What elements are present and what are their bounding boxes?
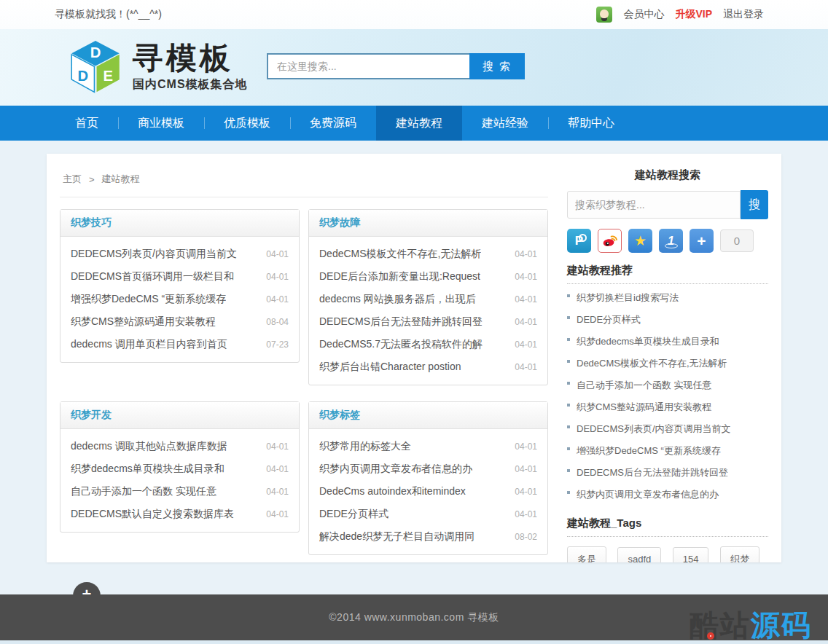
share-sina-weibo-icon[interactable]	[598, 229, 622, 253]
nav-item-free-source[interactable]: 免费源码	[290, 106, 376, 141]
article-column: 主页 > 建站教程 织梦技巧 DEDECMS列表页/内容页调用当前文 04-01…	[60, 165, 548, 551]
recommend-item[interactable]: DEDECMS列表页/内容页调用当前文	[567, 418, 768, 440]
recommend-item[interactable]: DEDECMS后台无法登陆并跳转回登	[567, 462, 768, 484]
recommend-item[interactable]: 织梦内页调用文章发布者信息的办	[567, 484, 768, 506]
watermark-dark-text: 酷站	[690, 609, 751, 641]
article-row[interactable]: DEDE后台添加新变量出现:Request 04-01	[319, 265, 537, 288]
upgrade-vip-link[interactable]: 升级VIP	[675, 8, 712, 21]
article-link[interactable]: 织梦常用的标签大全	[319, 440, 411, 453]
article-link[interactable]: DedeCMS模板文件不存在,无法解析	[319, 248, 481, 261]
article-row[interactable]: dedecms 调取其他站点数据库数据 04-01	[71, 435, 289, 458]
recommend-item[interactable]: 自己动手添加一个函数 实现任意	[567, 374, 768, 396]
article-row[interactable]: DEDECMS首页循环调用一级栏目和 04-01	[71, 265, 289, 288]
nav-item-commercial-templates[interactable]: 商业模板	[118, 106, 204, 141]
panel-zhimeng-faults: 织梦故障 DedeCMS模板文件不存在,无法解析 04-01 DEDE后台添加新…	[308, 209, 548, 385]
article-date: 04-01	[266, 249, 289, 259]
tag-link[interactable]: 154	[673, 547, 709, 562]
article-link[interactable]: 自己动手添加一个函数 实现任意	[71, 485, 216, 498]
article-link[interactable]: dedecms 网站换服务器后，出现后	[319, 293, 476, 306]
header-search-input[interactable]	[267, 53, 469, 79]
svg-text:E: E	[103, 68, 113, 84]
article-date: 04-01	[515, 249, 537, 259]
recommend-item[interactable]: DedeCMS模板文件不存在,无法解析	[567, 353, 768, 374]
sidebar-search-input[interactable]	[567, 191, 741, 219]
share-pengyou-icon[interactable]: P	[567, 229, 591, 253]
tag-link[interactable]: 织梦	[720, 546, 759, 562]
bullet-icon	[567, 294, 570, 297]
article-link[interactable]: dedecms 调用单页栏目内容到首页	[71, 338, 227, 351]
article-row[interactable]: DedeCMS模板文件不存在,无法解析 04-01	[319, 243, 537, 265]
article-link[interactable]: DEDECMS列表页/内容页调用当前文	[71, 248, 237, 261]
kuzhan-yuanma-watermark: 酷站源码	[690, 609, 812, 641]
sidebar-search-button[interactable]: 搜	[741, 190, 768, 219]
article-row[interactable]: dedecms 调用单页栏目内容到首页 07-23	[71, 333, 289, 356]
nav-item-site-experience[interactable]: 建站经验	[462, 106, 548, 141]
article-date: 04-01	[515, 294, 537, 305]
member-center-link[interactable]: 会员中心	[623, 8, 664, 21]
article-date: 04-01	[266, 441, 289, 452]
article-row[interactable]: dedecms 网站换服务器后，出现后 04-01	[319, 288, 537, 310]
header-search-button[interactable]: 搜 索	[469, 53, 525, 79]
nav-item-home[interactable]: 首页	[55, 106, 118, 141]
share-qzone-icon[interactable]: ★	[628, 229, 652, 253]
article-row[interactable]: DEDECMS列表页/内容页调用当前文 04-01	[71, 243, 289, 265]
logout-link[interactable]: 退出登录	[723, 8, 764, 21]
recommend-item[interactable]: 织梦CMS整站源码通用安装教程	[567, 396, 768, 418]
article-row[interactable]: 织梦内页调用文章发布者信息的办 04-01	[319, 458, 537, 480]
bullet-icon	[567, 491, 570, 494]
article-row[interactable]: 增强织梦DedeCMS “更新系统缓存 04-01	[71, 288, 289, 310]
article-link[interactable]: DedeCMS5.7无法匿名投稿软件的解	[319, 338, 483, 351]
share-more-icon[interactable]: +	[690, 229, 714, 253]
breadcrumb-home-link[interactable]: 主页	[63, 173, 82, 186]
recommend-item[interactable]: 织梦切换栏目id搜索写法	[567, 287, 768, 309]
header-search: 搜 索	[267, 53, 525, 79]
tag-link[interactable]: 多是	[567, 546, 606, 562]
article-date: 04-01	[515, 464, 537, 474]
article-link[interactable]: DEDECMS默认自定义搜索数据库表	[71, 508, 234, 521]
bullet-icon	[567, 469, 570, 472]
recommend-item[interactable]: 织梦dedecms单页模块生成目录和	[567, 331, 768, 353]
article-link[interactable]: dedecms 调取其他站点数据库数据	[71, 440, 227, 453]
recommend-item[interactable]: 增强织梦DedeCMS “更新系统缓存	[567, 440, 768, 462]
article-link[interactable]: 织梦CMS整站源码通用安装教程	[71, 315, 216, 329]
tags-title: 建站教程_Tags	[567, 517, 768, 537]
article-link[interactable]: DEDECMS后台无法登陆并跳转回登	[319, 315, 483, 329]
article-row[interactable]: DEDE分页样式 04-01	[319, 503, 537, 525]
nav-item-help-center[interactable]: 帮助中心	[548, 106, 634, 141]
panel-title: 织梦故障	[309, 210, 547, 237]
article-link[interactable]: 织梦内页调用文章发布者信息的办	[319, 463, 472, 476]
breadcrumb: 主页 > 建站教程	[60, 165, 548, 197]
article-row[interactable]: 织梦常用的标签大全 04-01	[319, 435, 537, 458]
bullet-icon	[567, 404, 570, 407]
main-content: 主页 > 建站教程 织梦技巧 DEDECMS列表页/内容页调用当前文 04-01…	[47, 154, 781, 562]
breadcrumb-separator: >	[89, 174, 95, 185]
article-row[interactable]: 织梦后台出错Character postion 04-01	[319, 356, 537, 378]
nav-item-site-tutorials[interactable]: 建站教程	[376, 106, 462, 141]
recommend-item[interactable]: DEDE分页样式	[567, 309, 768, 331]
article-link[interactable]: 织梦后台出错Character postion	[319, 361, 461, 374]
article-row[interactable]: 解决dede织梦无子栏目自动调用同 08-02	[319, 525, 537, 548]
article-date: 04-01	[266, 509, 289, 519]
article-row[interactable]: 自己动手添加一个函数 实现任意 04-01	[71, 480, 289, 503]
article-row[interactable]: 织梦dedecms单页模块生成目录和 04-01	[71, 458, 289, 480]
article-link[interactable]: DEDE分页样式	[319, 508, 388, 521]
article-link[interactable]: DEDE后台添加新变量出现:Request	[319, 270, 480, 283]
user-avatar[interactable]	[596, 7, 612, 23]
article-date: 08-02	[515, 532, 537, 542]
article-row[interactable]: DEDECMS后台无法登陆并跳转回登 04-01	[319, 310, 537, 333]
tag-link[interactable]: sadfd	[617, 547, 661, 562]
article-link[interactable]: DEDECMS首页循环调用一级栏目和	[71, 270, 234, 283]
article-row[interactable]: DEDECMS默认自定义搜索数据库表 04-01	[71, 503, 289, 525]
recommend-title: 建站教程推荐	[567, 264, 768, 284]
article-row[interactable]: DedeCms autoindex和itemindex 04-01	[319, 480, 537, 503]
article-row[interactable]: 织梦CMS整站源码通用安装教程 08-04	[71, 310, 289, 333]
nav-item-quality-templates[interactable]: 优质模板	[204, 106, 290, 141]
article-link[interactable]: 解决dede织梦无子栏目自动调用同	[319, 530, 474, 543]
article-date: 04-01	[515, 441, 537, 452]
article-link[interactable]: DedeCms autoindex和itemindex	[319, 485, 466, 498]
site-logo[interactable]: D D E 寻模板 国内CMS模板集合地	[67, 39, 248, 95]
article-link[interactable]: 织梦dedecms单页模块生成目录和	[71, 463, 224, 476]
article-row[interactable]: DedeCMS5.7无法匿名投稿软件的解 04-01	[319, 333, 537, 356]
article-link[interactable]: 增强织梦DedeCMS “更新系统缓存	[71, 293, 226, 306]
share-number-one-icon[interactable]: 1	[659, 229, 683, 253]
